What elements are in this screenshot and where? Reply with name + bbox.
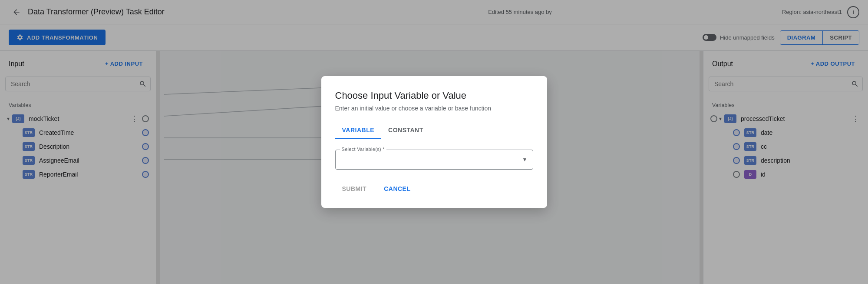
select-variable-dropdown[interactable]	[341, 150, 528, 169]
modal-title: Choose Input Variable or Value	[335, 90, 533, 101]
select-variable-wrapper: Select Variable(s) * ▼	[335, 150, 533, 170]
cancel-button[interactable]: CANCEL	[377, 182, 417, 196]
modal-subtitle: Enter an initial value or choose a varia…	[335, 105, 533, 112]
submit-button[interactable]: SUBMIT	[335, 182, 374, 196]
modal-overlay[interactable]: Choose Input Variable or Value Enter an …	[0, 0, 868, 284]
choose-input-modal: Choose Input Variable or Value Enter an …	[321, 76, 547, 208]
tab-variable[interactable]: VARIABLE	[335, 122, 382, 139]
modal-tabs: VARIABLE CONSTANT	[335, 122, 533, 139]
tab-constant[interactable]: CONSTANT	[381, 122, 430, 139]
select-variable-label: Select Variable(s) *	[340, 147, 386, 152]
modal-actions: SUBMIT CANCEL	[335, 182, 533, 196]
